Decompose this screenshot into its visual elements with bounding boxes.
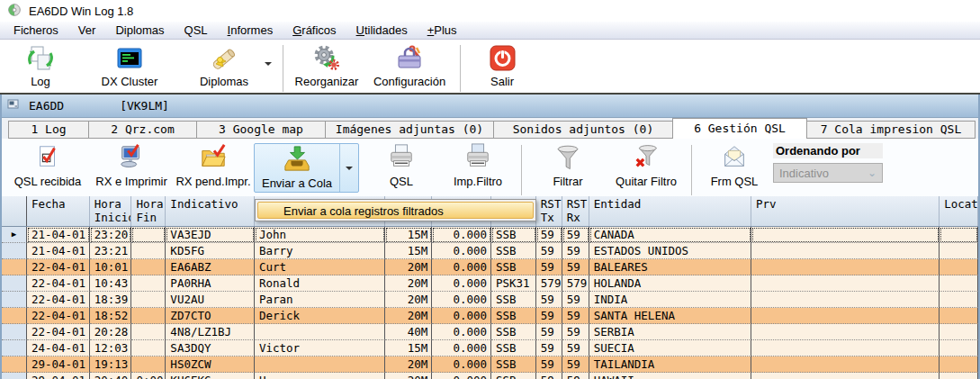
table-row[interactable]: 29-04-0120:400:00KH6EKGH20M0.000SSB5959H…: [2, 373, 978, 379]
table-row[interactable]: 22-04-0118:39VU2AUParan20M0.000SSB5959IN…: [2, 292, 978, 308]
column-header-fecha: Fecha: [27, 196, 90, 226]
menubar-item-grficos[interactable]: Gráficos: [283, 23, 346, 38]
menubar-item-utilidades[interactable]: Utilidades: [346, 23, 418, 38]
cell-locator: [940, 259, 978, 275]
reorganizar-button[interactable]: Reorganizar: [287, 43, 366, 88]
table-row[interactable]: 22-04-0120:284N8/LZ1BJ40M0.000SSB5959SER…: [2, 324, 978, 340]
enviar-a-cola-icon: [283, 145, 310, 175]
table-row[interactable]: 22-04-0110:43PA0RHARonald20M0.000PSK3157…: [2, 275, 978, 292]
qsl-recibida-button[interactable]: QSL recibida: [11, 143, 85, 188]
current-record-arrow-icon[interactable]: ▶: [2, 227, 27, 243]
table-row[interactable]: 22-04-0110:01EA6ABZCurt20M0.000SSB5959BA…: [2, 259, 978, 275]
menubar-item-plus[interactable]: +Plus: [418, 23, 467, 38]
cell-nombre: Barry: [255, 243, 385, 259]
rx-pend-impr-button[interactable]: RX pend.Impr.: [173, 143, 254, 188]
cell-fecha: 22-04-01: [27, 308, 90, 324]
cell-locator: [940, 308, 978, 324]
salir-power-icon: [488, 44, 517, 73]
row-selector[interactable]: [2, 292, 27, 308]
cell-nombre: John: [255, 227, 385, 243]
enviar-a-cola-button[interactable]: Enviar a Cola: [255, 144, 339, 192]
menubar-item-informes[interactable]: Informes: [218, 23, 283, 38]
ordering-select[interactable]: Indicativo ⌄: [773, 163, 883, 183]
dx-cluster-icon: [115, 44, 144, 73]
enviar-a-cola-dropdown-arrow[interactable]: [339, 144, 358, 192]
cell-modo: SSB: [491, 259, 536, 275]
qsl-print-label: QSL: [390, 175, 413, 188]
row-selector[interactable]: [2, 324, 27, 340]
cell-hora_inicio: 23:21: [90, 243, 132, 259]
cell-entidad: INDIA: [589, 292, 751, 308]
tab-4[interactable]: Imágenes adjuntas (0): [325, 121, 494, 139]
row-selector[interactable]: [2, 308, 27, 324]
row-selector[interactable]: [2, 259, 27, 275]
tab-6[interactable]: 6 Gestión QSL: [672, 118, 807, 139]
ordering-block: Ordenando por Indicativo ⌄: [773, 143, 883, 183]
context-menu: Enviar a cola registros filtrados: [255, 199, 536, 221]
menu-item-enviar-a-cola-filtrados[interactable]: Enviar a cola registros filtrados: [257, 202, 534, 219]
cell-entidad: SUECIA: [589, 340, 751, 356]
row-selector[interactable]: [2, 373, 27, 379]
cell-locator: [940, 243, 978, 259]
filtrar-button[interactable]: Filtrar: [536, 143, 599, 188]
tab-3[interactable]: 3 Google map: [196, 121, 326, 139]
diplomas-button[interactable]: Diplomas: [189, 43, 259, 88]
cell-hora_fin: [131, 308, 166, 324]
ordering-select-value: Indicativo: [779, 167, 829, 180]
table-row[interactable]: 24-04-0112:03SA3DQYVictor15M0.000SSB5959…: [2, 340, 978, 356]
table-row[interactable]: ▶21-04-0123:20VA3EJDJohn15M0.000SSB5959C…: [2, 227, 978, 243]
menubar-item-ver[interactable]: Ver: [68, 23, 106, 38]
cell-prv: [751, 340, 940, 356]
cell-hora_fin: [131, 227, 166, 243]
dx-cluster-button[interactable]: DX Cluster: [88, 43, 171, 88]
cell-fecha: 24-04-01: [27, 340, 90, 356]
table-row[interactable]: 22-04-0118:52ZD7CTODerick20M0.000SSB5959…: [2, 308, 978, 324]
imp-filtro-label: Imp.Filtro: [454, 175, 502, 188]
cell-rst_rx: 59: [562, 259, 589, 275]
cell-frecuencia: 0.000: [432, 324, 491, 340]
diplomas-icon: [210, 44, 238, 73]
cell-indicativo: VU2AU: [166, 292, 255, 308]
frm-qsl-button[interactable]: Frm QSL: [703, 143, 766, 188]
tab-7[interactable]: 7 Cola impresion QSL: [806, 121, 976, 139]
quitar-filtro-button[interactable]: Quitar Filtro: [603, 143, 689, 188]
imp-filtro-button[interactable]: Imp.Filtro: [440, 143, 516, 188]
toolbar-separator: [691, 145, 692, 195]
inner-window-callsign: [VK9LM]: [120, 99, 169, 113]
column-header-rst_tx: RSTTx: [536, 196, 562, 226]
qsl-toolbar: QSL recibida RX e Imprimir RX pend.Impr: [2, 139, 978, 202]
log-button-label: Log: [31, 75, 50, 88]
diplomas-dropdown-arrow[interactable]: [259, 43, 277, 85]
menubar-item-diplomas[interactable]: Diplomas: [105, 23, 174, 38]
row-selector[interactable]: [2, 340, 27, 356]
cell-rst_tx: 579: [536, 275, 562, 292]
cell-nombre: Curt: [255, 259, 385, 275]
configuracion-button[interactable]: Configuración: [366, 43, 453, 88]
cell-fecha: 22-04-01: [27, 324, 90, 340]
configuracion-button-label: Configuración: [373, 75, 445, 88]
table-row[interactable]: 29-04-0119:13HS0ZCW20M0.000SSB5959TAILAN…: [2, 356, 978, 373]
tab-1[interactable]: 1 Log: [8, 121, 89, 139]
qsl-printer-icon: [388, 143, 415, 173]
log-button[interactable]: Log: [11, 43, 70, 88]
cell-indicativo: VA3EJD: [166, 227, 255, 243]
row-selector[interactable]: [2, 243, 27, 259]
row-selector[interactable]: [2, 275, 27, 292]
cell-entidad: TAILANDIA: [589, 356, 751, 373]
table-row[interactable]: 21-04-0123:21KD5FGBarry15M0.000SSB5959ES…: [2, 243, 978, 259]
menubar-item-qsl[interactable]: QSL: [175, 23, 218, 38]
row-selector[interactable]: [2, 356, 27, 373]
tab-5[interactable]: Sonidos adjuntos (0): [493, 121, 673, 139]
rx-e-imprimir-button[interactable]: RX e Imprimir: [92, 143, 171, 188]
log-child-window: EA6DD [VK9LM] 1 Log2 Qrz.com3 Google map…: [0, 95, 980, 379]
cell-prv: [751, 308, 940, 324]
cell-rst_tx: 59: [536, 292, 562, 308]
cell-banda: 20M: [385, 275, 432, 292]
menubar-item-ficheros[interactable]: Ficheros: [4, 23, 68, 38]
tab-2[interactable]: 2 Qrz.com: [88, 121, 197, 139]
cell-modo: SSB: [491, 308, 536, 324]
qsl-print-button[interactable]: QSL: [370, 143, 433, 188]
cell-entidad: CANADA: [589, 227, 751, 243]
cell-fecha: 21-04-01: [27, 227, 90, 243]
salir-button[interactable]: Salir: [473, 43, 531, 88]
